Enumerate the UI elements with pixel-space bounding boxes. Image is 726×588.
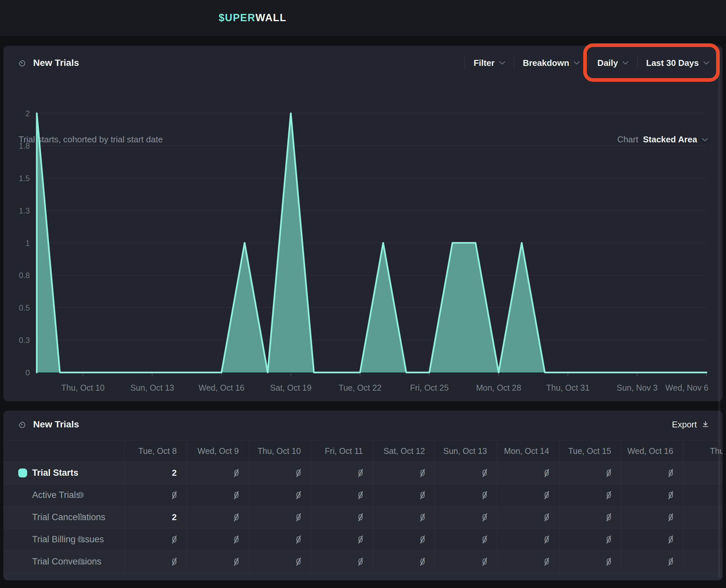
zero-value: 0	[668, 556, 673, 567]
value-cell: 0	[311, 528, 373, 550]
value-cell: 0	[249, 551, 311, 572]
value-cell	[684, 506, 723, 528]
table-header-row: Tue, Oct 8Wed, Oct 9Thu, Oct 10Fri, Oct …	[3, 440, 723, 462]
value-cell: 0	[621, 484, 683, 506]
zero-value: 0	[234, 534, 239, 545]
zero-value: 0	[544, 468, 549, 478]
x-axis-tick-label: Thu, Oct 31	[546, 383, 590, 392]
row-label: Trial Conversions	[32, 556, 101, 567]
zero-value: 0	[234, 468, 239, 478]
zero-value: 0	[296, 468, 301, 478]
zero-value: 0	[544, 490, 549, 500]
value-cell	[684, 528, 723, 550]
chart-svg[interactable]: 00.30.50.811.31.51.82Thu, Oct 10Sun, Oct…	[3, 46, 723, 401]
table-body: Trial Starts200000000Active Trials000000…	[3, 462, 723, 573]
zero-value: 0	[482, 512, 487, 522]
zero-value: 0	[482, 534, 487, 545]
info-icon[interactable]	[77, 536, 84, 543]
value-cell: 0	[621, 462, 683, 484]
value-cell: 0	[187, 462, 249, 484]
scrollbar[interactable]	[718, 48, 720, 578]
zero-value: 0	[606, 490, 611, 500]
table-row: Trial Conversions000000000	[3, 551, 723, 573]
column-header-date: Sat, Oct 12	[373, 440, 435, 462]
zero-value: 0	[358, 512, 363, 522]
value-cell: 0	[559, 462, 621, 484]
value-cell: 0	[435, 462, 497, 484]
column-header-date: Sun, Oct 13	[435, 440, 497, 462]
value-cell: 0	[125, 551, 187, 572]
value-cell: 0	[187, 528, 249, 550]
value-cell: 0	[311, 462, 373, 484]
zero-value: 0	[296, 490, 301, 500]
y-axis-tick-label: 2	[25, 109, 30, 118]
row-label-cell: Trial Starts	[3, 462, 125, 484]
zero-value: 0	[172, 556, 177, 567]
column-header-date: Tue, Oct 8	[125, 440, 187, 462]
x-axis-tick-label: Wed, Oct 16	[199, 383, 244, 392]
zero-value: 0	[606, 512, 611, 522]
zero-value: 0	[358, 468, 363, 478]
value-cell: 0	[435, 551, 497, 572]
x-axis-tick-label: Sat, Oct 19	[270, 383, 311, 392]
value-cell	[684, 484, 723, 506]
x-axis-tick-label: Thu, Oct 10	[61, 383, 105, 392]
value-cell: 0	[497, 551, 559, 572]
zero-value: 0	[668, 512, 673, 522]
x-axis-tick-label: Tue, Oct 22	[339, 383, 382, 392]
zero-value: 0	[296, 534, 301, 545]
zero-value: 0	[606, 468, 611, 478]
value-cell: 0	[311, 484, 373, 506]
zero-value: 0	[420, 490, 425, 500]
zero-value: 0	[668, 490, 673, 500]
zero-value: 0	[606, 556, 611, 567]
table-footer-strip	[3, 573, 723, 581]
value-cell: 0	[249, 462, 311, 484]
zero-value: 0	[668, 468, 673, 478]
y-axis-tick-label: 0.3	[19, 336, 30, 345]
zero-value: 0	[296, 556, 301, 567]
table-row: Trial Starts200000000	[3, 462, 723, 484]
top-bar: $UPERWALL	[0, 0, 726, 36]
value-cell: 0	[373, 484, 435, 506]
info-icon[interactable]	[77, 513, 84, 521]
column-header-date: Wed, Oct 9	[187, 440, 249, 462]
value-cell: 0	[125, 528, 187, 550]
y-axis-tick-label: 0.8	[19, 271, 30, 280]
zero-value: 0	[234, 490, 239, 500]
column-header-date: Mon, Oct 14	[497, 440, 559, 462]
zero-value: 0	[420, 468, 425, 478]
zero-value: 0	[358, 556, 363, 567]
value-cell: 0	[125, 484, 187, 506]
table-row: Trial Cancellations200000000	[3, 506, 723, 528]
zero-value: 0	[420, 512, 425, 522]
value-cell: 0	[187, 484, 249, 506]
value-cell: 0	[559, 506, 621, 528]
row-label-cell: Trial Billing Issues	[3, 528, 125, 550]
y-axis-tick-label: 1.5	[19, 174, 30, 183]
logo-teal-part: $UPER	[219, 12, 256, 24]
column-header-date: Thu, O	[684, 440, 723, 462]
info-icon[interactable]	[77, 491, 84, 499]
value-cell: 0	[435, 528, 497, 550]
new-trials-chart-panel: New Trials Filter Breakdown Daily	[3, 46, 723, 401]
value-cell: 0	[559, 484, 621, 506]
value-cell: 0	[249, 484, 311, 506]
export-button[interactable]: Export	[672, 411, 709, 438]
zero-value: 0	[482, 556, 487, 567]
zero-value: 0	[358, 490, 363, 500]
table-row: Trial Billing Issues000000000	[3, 528, 723, 551]
row-label-cell: Trial Cancellations	[3, 506, 125, 528]
info-icon[interactable]	[77, 558, 84, 566]
zero-value: 0	[482, 468, 487, 478]
y-axis-tick-label: 0.5	[19, 303, 30, 312]
zero-value: 0	[482, 490, 487, 500]
zero-value: 0	[234, 556, 239, 567]
nonzero-value: 2	[172, 512, 177, 522]
value-cell: 0	[435, 484, 497, 506]
logo-white-part: WALL	[256, 12, 287, 24]
superwall-logo: $UPERWALL	[219, 0, 287, 36]
zero-value: 0	[296, 512, 301, 522]
value-cell: 2	[125, 506, 187, 528]
value-cell: 0	[311, 506, 373, 528]
